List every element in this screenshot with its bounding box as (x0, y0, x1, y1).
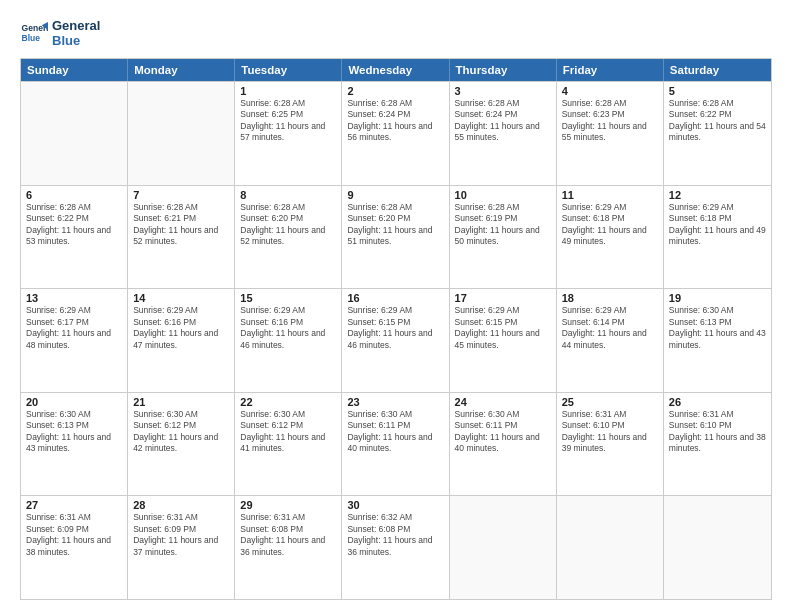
calendar-cell: 2Sunrise: 6:28 AMSunset: 6:24 PMDaylight… (342, 82, 449, 185)
calendar-cell (557, 496, 664, 599)
weekday-header: Monday (128, 59, 235, 81)
day-info: Sunrise: 6:30 AMSunset: 6:11 PMDaylight:… (455, 409, 551, 455)
day-info: Sunrise: 6:28 AMSunset: 6:20 PMDaylight:… (347, 202, 443, 248)
calendar-cell: 20Sunrise: 6:30 AMSunset: 6:13 PMDayligh… (21, 393, 128, 496)
day-info: Sunrise: 6:30 AMSunset: 6:13 PMDaylight:… (26, 409, 122, 455)
day-info: Sunrise: 6:28 AMSunset: 6:20 PMDaylight:… (240, 202, 336, 248)
calendar-cell: 7Sunrise: 6:28 AMSunset: 6:21 PMDaylight… (128, 186, 235, 289)
calendar-cell: 27Sunrise: 6:31 AMSunset: 6:09 PMDayligh… (21, 496, 128, 599)
day-number: 14 (133, 292, 229, 304)
calendar-cell: 10Sunrise: 6:28 AMSunset: 6:19 PMDayligh… (450, 186, 557, 289)
calendar-cell: 4Sunrise: 6:28 AMSunset: 6:23 PMDaylight… (557, 82, 664, 185)
day-number: 3 (455, 85, 551, 97)
day-info: Sunrise: 6:28 AMSunset: 6:22 PMDaylight:… (669, 98, 766, 144)
day-number: 29 (240, 499, 336, 511)
weekday-header: Thursday (450, 59, 557, 81)
calendar-header: SundayMondayTuesdayWednesdayThursdayFrid… (21, 59, 771, 81)
day-number: 25 (562, 396, 658, 408)
day-number: 7 (133, 189, 229, 201)
day-number: 19 (669, 292, 766, 304)
calendar-body: 1Sunrise: 6:28 AMSunset: 6:25 PMDaylight… (21, 81, 771, 599)
day-info: Sunrise: 6:28 AMSunset: 6:24 PMDaylight:… (455, 98, 551, 144)
day-number: 8 (240, 189, 336, 201)
weekday-header: Tuesday (235, 59, 342, 81)
day-info: Sunrise: 6:30 AMSunset: 6:12 PMDaylight:… (133, 409, 229, 455)
day-info: Sunrise: 6:29 AMSunset: 6:17 PMDaylight:… (26, 305, 122, 351)
calendar-cell: 14Sunrise: 6:29 AMSunset: 6:16 PMDayligh… (128, 289, 235, 392)
day-info: Sunrise: 6:30 AMSunset: 6:11 PMDaylight:… (347, 409, 443, 455)
logo: General Blue General Blue (20, 18, 100, 48)
calendar-row: 20Sunrise: 6:30 AMSunset: 6:13 PMDayligh… (21, 392, 771, 496)
day-number: 9 (347, 189, 443, 201)
calendar-row: 6Sunrise: 6:28 AMSunset: 6:22 PMDaylight… (21, 185, 771, 289)
day-info: Sunrise: 6:28 AMSunset: 6:19 PMDaylight:… (455, 202, 551, 248)
weekday-header: Sunday (21, 59, 128, 81)
logo-icon: General Blue (20, 19, 48, 47)
day-number: 2 (347, 85, 443, 97)
calendar-cell: 24Sunrise: 6:30 AMSunset: 6:11 PMDayligh… (450, 393, 557, 496)
calendar-cell: 23Sunrise: 6:30 AMSunset: 6:11 PMDayligh… (342, 393, 449, 496)
day-number: 12 (669, 189, 766, 201)
calendar-cell: 12Sunrise: 6:29 AMSunset: 6:18 PMDayligh… (664, 186, 771, 289)
calendar-cell: 5Sunrise: 6:28 AMSunset: 6:22 PMDaylight… (664, 82, 771, 185)
day-number: 6 (26, 189, 122, 201)
day-number: 11 (562, 189, 658, 201)
day-number: 5 (669, 85, 766, 97)
day-info: Sunrise: 6:31 AMSunset: 6:08 PMDaylight:… (240, 512, 336, 558)
day-number: 26 (669, 396, 766, 408)
day-info: Sunrise: 6:31 AMSunset: 6:10 PMDaylight:… (562, 409, 658, 455)
day-info: Sunrise: 6:30 AMSunset: 6:13 PMDaylight:… (669, 305, 766, 351)
day-number: 22 (240, 396, 336, 408)
calendar-cell: 13Sunrise: 6:29 AMSunset: 6:17 PMDayligh… (21, 289, 128, 392)
day-number: 21 (133, 396, 229, 408)
calendar-cell: 3Sunrise: 6:28 AMSunset: 6:24 PMDaylight… (450, 82, 557, 185)
header: General Blue General Blue (20, 18, 772, 48)
day-number: 18 (562, 292, 658, 304)
calendar-cell (450, 496, 557, 599)
calendar-cell: 19Sunrise: 6:30 AMSunset: 6:13 PMDayligh… (664, 289, 771, 392)
day-info: Sunrise: 6:29 AMSunset: 6:15 PMDaylight:… (347, 305, 443, 351)
day-number: 1 (240, 85, 336, 97)
day-number: 16 (347, 292, 443, 304)
day-info: Sunrise: 6:28 AMSunset: 6:21 PMDaylight:… (133, 202, 229, 248)
calendar-cell: 25Sunrise: 6:31 AMSunset: 6:10 PMDayligh… (557, 393, 664, 496)
calendar-row: 27Sunrise: 6:31 AMSunset: 6:09 PMDayligh… (21, 495, 771, 599)
calendar-cell: 8Sunrise: 6:28 AMSunset: 6:20 PMDaylight… (235, 186, 342, 289)
weekday-header: Friday (557, 59, 664, 81)
day-info: Sunrise: 6:29 AMSunset: 6:14 PMDaylight:… (562, 305, 658, 351)
day-info: Sunrise: 6:28 AMSunset: 6:23 PMDaylight:… (562, 98, 658, 144)
calendar-cell: 22Sunrise: 6:30 AMSunset: 6:12 PMDayligh… (235, 393, 342, 496)
calendar-cell: 21Sunrise: 6:30 AMSunset: 6:12 PMDayligh… (128, 393, 235, 496)
calendar-row: 1Sunrise: 6:28 AMSunset: 6:25 PMDaylight… (21, 81, 771, 185)
day-info: Sunrise: 6:29 AMSunset: 6:16 PMDaylight:… (240, 305, 336, 351)
day-info: Sunrise: 6:29 AMSunset: 6:18 PMDaylight:… (562, 202, 658, 248)
day-info: Sunrise: 6:32 AMSunset: 6:08 PMDaylight:… (347, 512, 443, 558)
calendar-cell: 17Sunrise: 6:29 AMSunset: 6:15 PMDayligh… (450, 289, 557, 392)
logo-text: General Blue (52, 18, 100, 48)
page: General Blue General Blue SundayMondayTu… (0, 0, 792, 612)
day-info: Sunrise: 6:29 AMSunset: 6:16 PMDaylight:… (133, 305, 229, 351)
day-info: Sunrise: 6:28 AMSunset: 6:25 PMDaylight:… (240, 98, 336, 144)
day-info: Sunrise: 6:31 AMSunset: 6:09 PMDaylight:… (133, 512, 229, 558)
day-info: Sunrise: 6:28 AMSunset: 6:24 PMDaylight:… (347, 98, 443, 144)
calendar-cell: 15Sunrise: 6:29 AMSunset: 6:16 PMDayligh… (235, 289, 342, 392)
day-info: Sunrise: 6:30 AMSunset: 6:12 PMDaylight:… (240, 409, 336, 455)
calendar-cell: 29Sunrise: 6:31 AMSunset: 6:08 PMDayligh… (235, 496, 342, 599)
day-number: 27 (26, 499, 122, 511)
day-number: 20 (26, 396, 122, 408)
day-info: Sunrise: 6:29 AMSunset: 6:18 PMDaylight:… (669, 202, 766, 248)
day-number: 13 (26, 292, 122, 304)
calendar-cell: 11Sunrise: 6:29 AMSunset: 6:18 PMDayligh… (557, 186, 664, 289)
calendar-cell: 16Sunrise: 6:29 AMSunset: 6:15 PMDayligh… (342, 289, 449, 392)
day-info: Sunrise: 6:29 AMSunset: 6:15 PMDaylight:… (455, 305, 551, 351)
calendar-cell: 6Sunrise: 6:28 AMSunset: 6:22 PMDaylight… (21, 186, 128, 289)
weekday-header: Saturday (664, 59, 771, 81)
day-info: Sunrise: 6:31 AMSunset: 6:10 PMDaylight:… (669, 409, 766, 455)
calendar-cell: 9Sunrise: 6:28 AMSunset: 6:20 PMDaylight… (342, 186, 449, 289)
day-info: Sunrise: 6:28 AMSunset: 6:22 PMDaylight:… (26, 202, 122, 248)
calendar-cell (128, 82, 235, 185)
calendar-cell: 1Sunrise: 6:28 AMSunset: 6:25 PMDaylight… (235, 82, 342, 185)
calendar-cell (664, 496, 771, 599)
calendar-cell: 26Sunrise: 6:31 AMSunset: 6:10 PMDayligh… (664, 393, 771, 496)
day-number: 28 (133, 499, 229, 511)
